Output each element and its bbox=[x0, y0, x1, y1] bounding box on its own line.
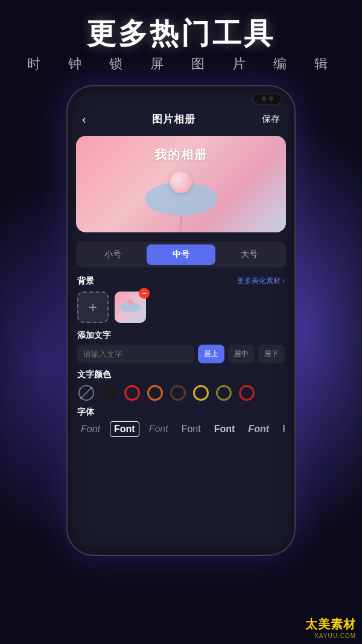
background-section-header: 背景 更多美化素材 › bbox=[77, 276, 285, 287]
font-sample-6: Font bbox=[244, 422, 273, 436]
more-materials-link[interactable]: 更多美化素材 › bbox=[237, 276, 285, 286]
black-circle bbox=[101, 385, 117, 401]
phone-frame: ‹ 图片相册 保存 我的相册 小号 中号 大号 bbox=[66, 85, 296, 556]
color-row bbox=[77, 384, 285, 402]
size-small-button[interactable]: 小号 bbox=[78, 244, 147, 265]
text-input-row: 居上 居中 居下 bbox=[77, 345, 285, 363]
add-text-label: 添加文字 bbox=[77, 330, 285, 341]
content-section: 背景 更多美化素材 › + − 添加文字 bbox=[68, 271, 294, 555]
nav-title: 图片相册 bbox=[152, 112, 195, 126]
font-item-1[interactable]: Font bbox=[77, 422, 104, 436]
add-text-section: 添加文字 居上 居中 居下 bbox=[77, 330, 285, 363]
font-section: 字体 Font Font Font Font Font bbox=[77, 407, 285, 437]
size-selector: 小号 中号 大号 bbox=[76, 242, 286, 267]
font-sample-4: Font bbox=[178, 422, 205, 436]
nav-save-button[interactable]: 保存 bbox=[257, 111, 285, 127]
watermark-en: XAYUU.COM bbox=[314, 633, 356, 639]
camera-pill bbox=[252, 94, 282, 104]
remove-badge[interactable]: − bbox=[139, 288, 150, 299]
font-sample-7: Fon bbox=[279, 421, 285, 437]
font-item-3[interactable]: Font bbox=[145, 422, 172, 436]
main-title: 更多热门工具 bbox=[0, 18, 362, 50]
watermark: 太美素材 XAYUU.COM bbox=[305, 616, 356, 639]
red-solid-ring bbox=[239, 385, 255, 401]
watermark-cn: 太美素材 bbox=[305, 616, 356, 633]
color-dark-swatch[interactable] bbox=[169, 384, 187, 402]
color-red-swatch[interactable] bbox=[123, 384, 141, 402]
color-none-swatch[interactable] bbox=[77, 384, 95, 402]
no-color-icon bbox=[78, 385, 94, 401]
align-bottom-button[interactable]: 居下 bbox=[258, 345, 285, 363]
font-sample-2: Font bbox=[110, 421, 139, 437]
lollipop-stick bbox=[180, 214, 182, 232]
album-background: 我的相册 bbox=[76, 136, 286, 232]
camera-dot-1 bbox=[262, 97, 266, 101]
text-input[interactable] bbox=[77, 345, 194, 363]
font-item-2[interactable]: Font bbox=[110, 421, 139, 437]
align-top-button[interactable]: 居上 bbox=[198, 345, 224, 363]
phone-top-bar bbox=[68, 86, 294, 107]
background-add-button[interactable]: + bbox=[77, 292, 109, 323]
color-black-swatch[interactable] bbox=[100, 384, 118, 402]
background-thumbnail[interactable]: − bbox=[115, 292, 146, 323]
color-section: 文字颜色 bbox=[77, 369, 285, 402]
nav-back-button[interactable]: ‹ bbox=[77, 110, 91, 129]
yellow-ring bbox=[193, 385, 209, 401]
font-item-7[interactable]: Fon bbox=[279, 421, 285, 437]
camera-dot-2 bbox=[269, 97, 273, 101]
red-ring bbox=[124, 385, 140, 401]
color-label: 文字颜色 bbox=[77, 369, 285, 380]
font-item-4[interactable]: Font bbox=[178, 422, 205, 436]
font-row: Font Font Font Font Font Font bbox=[77, 421, 285, 437]
background-label: 背景 bbox=[77, 276, 94, 287]
thumb-mini-plate bbox=[120, 302, 141, 312]
lollipop-illustration bbox=[145, 182, 217, 232]
align-middle-button[interactable]: 居中 bbox=[228, 345, 255, 363]
lollipop-candy bbox=[170, 171, 192, 193]
nav-bar: ‹ 图片相册 保存 bbox=[68, 107, 294, 133]
olive-ring bbox=[216, 385, 232, 401]
color-yellow-swatch[interactable] bbox=[192, 384, 210, 402]
font-label: 字体 bbox=[77, 407, 285, 418]
sub-title: 时 钟 锁 屏 图 片 编 辑 bbox=[0, 55, 362, 73]
dark-ring bbox=[170, 385, 186, 401]
font-item-5[interactable]: Font bbox=[211, 422, 239, 436]
color-red-solid-swatch[interactable] bbox=[238, 384, 256, 402]
orange-ring bbox=[147, 385, 163, 401]
size-large-button[interactable]: 大号 bbox=[215, 244, 284, 265]
album-title: 我的相册 bbox=[154, 147, 208, 163]
header-section: 更多热门工具 时 钟 锁 屏 图 片 编 辑 bbox=[0, 0, 362, 73]
font-item-6[interactable]: Font bbox=[244, 422, 273, 436]
font-sample-1: Font bbox=[77, 422, 104, 436]
font-sample-5: Font bbox=[211, 422, 239, 436]
album-preview: 我的相册 bbox=[76, 136, 286, 232]
phone-wrapper: ‹ 图片相册 保存 我的相册 小号 中号 大号 bbox=[0, 85, 362, 556]
color-olive-swatch[interactable] bbox=[215, 384, 233, 402]
size-medium-button[interactable]: 中号 bbox=[147, 244, 215, 265]
thumb-mini-candy bbox=[127, 299, 133, 305]
font-sample-3: Font bbox=[145, 422, 172, 436]
lollipop-plate bbox=[145, 182, 217, 215]
color-orange-swatch[interactable] bbox=[146, 384, 164, 402]
background-items: + − bbox=[77, 292, 285, 323]
